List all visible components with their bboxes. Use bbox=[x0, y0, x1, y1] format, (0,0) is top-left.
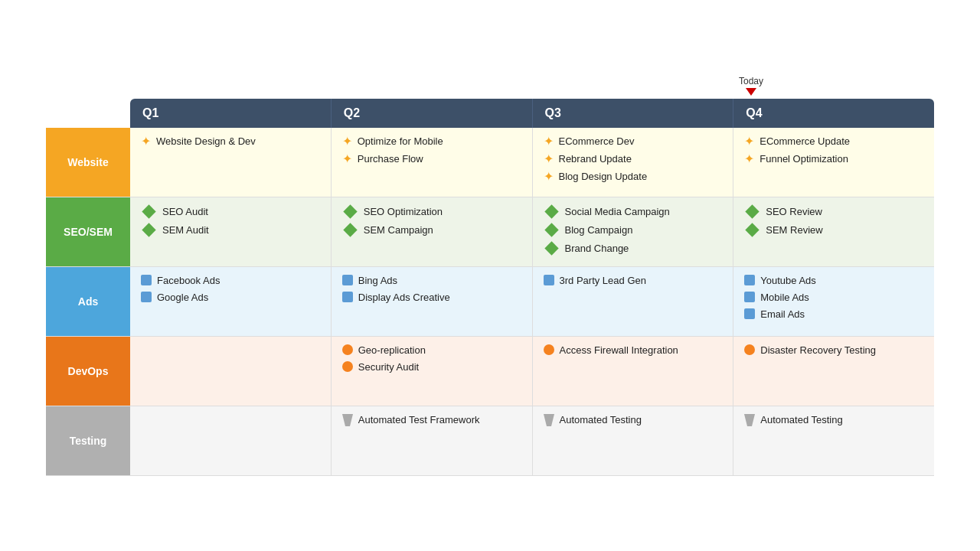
square-icon bbox=[141, 292, 152, 302]
task-label: Mobile Ads bbox=[760, 292, 809, 303]
task-item: Youtube Ads bbox=[744, 275, 923, 286]
svg-marker-0 bbox=[342, 414, 353, 426]
side-label-devops: DevOps bbox=[46, 337, 130, 406]
task-label: Funnel Optimization bbox=[760, 153, 848, 165]
cell-devops-q1 bbox=[130, 337, 332, 406]
square-icon bbox=[342, 275, 353, 285]
task-label: SEO Optimization bbox=[364, 206, 443, 217]
task-item: Bing Ads bbox=[342, 275, 521, 286]
cell-ads-q2: Bing AdsDisplay Ads Creative bbox=[332, 267, 533, 336]
roadmap-container: Today Q1 Q2 Q3 Q4 Website✦Website Design… bbox=[46, 76, 934, 476]
side-label-ads: Ads bbox=[46, 267, 130, 336]
cells-row-website: ✦Website Design & Dev✦Optimize for Mobil… bbox=[130, 128, 934, 197]
task-item: Display Ads Creative bbox=[342, 292, 521, 303]
task-item: Access Firewall Integration bbox=[544, 344, 723, 356]
task-item: SEM Campaign bbox=[342, 223, 521, 236]
task-item: Automated Testing bbox=[544, 414, 723, 426]
cell-devops-q3: Access Firewall Integration bbox=[533, 337, 734, 406]
task-item: SEO Review bbox=[744, 205, 923, 218]
task-label: 3rd Party Lead Gen bbox=[560, 275, 646, 286]
task-label: Google Ads bbox=[157, 292, 208, 303]
task-label: SEM Review bbox=[766, 224, 822, 236]
diamond-icon bbox=[544, 241, 558, 255]
cell-website-q3: ✦ECommerce Dev✦Rebrand Update✦Blog Desig… bbox=[533, 128, 734, 197]
cells-row-devops: Geo-replicationSecurity AuditAccess Fire… bbox=[130, 337, 934, 406]
task-label: Optimize for Mobile bbox=[358, 135, 443, 147]
circle-icon bbox=[342, 344, 353, 355]
diamond-icon bbox=[343, 204, 357, 218]
cell-testing-q1 bbox=[130, 406, 332, 475]
cell-website-q1: ✦Website Design & Dev bbox=[130, 128, 332, 197]
diamond-icon bbox=[343, 223, 357, 236]
quarter-q1: Q1 bbox=[130, 99, 332, 128]
cell-ads-q4: Youtube AdsMobile AdsEmail Ads bbox=[733, 267, 934, 336]
section-row-seosem: SEO/SEMSEO AuditSEM AuditSEO Optimizatio… bbox=[46, 197, 934, 267]
section-row-devops: DevOpsGeo-replicationSecurity AuditAcces… bbox=[46, 337, 934, 406]
task-item: Security Audit bbox=[342, 361, 521, 373]
section-row-testing: Testing Automated Test Framework Automat… bbox=[46, 406, 934, 476]
cell-testing-q2: Automated Test Framework bbox=[332, 406, 533, 475]
cell-ads-q3: 3rd Party Lead Gen bbox=[533, 267, 734, 336]
today-arrow-icon bbox=[746, 88, 756, 96]
diamond-icon bbox=[746, 204, 760, 218]
task-label: Email Ads bbox=[760, 308, 805, 320]
task-label: ECommerce Update bbox=[760, 135, 850, 147]
diamond-icon bbox=[544, 223, 558, 236]
task-item: Google Ads bbox=[141, 292, 320, 303]
diamond-icon bbox=[142, 204, 155, 218]
flask-icon bbox=[544, 414, 554, 426]
task-item: 3rd Party Lead Gen bbox=[544, 275, 723, 286]
task-label: Purchase Flow bbox=[358, 153, 423, 165]
task-label: Display Ads Creative bbox=[358, 292, 450, 303]
cell-seosem-q2: SEO OptimizationSEM Campaign bbox=[332, 197, 533, 266]
task-item: ✦Funnel Optimization bbox=[744, 153, 923, 165]
diamond-icon bbox=[544, 204, 558, 218]
task-label: SEO Audit bbox=[162, 206, 208, 217]
task-item: Automated Test Framework bbox=[342, 414, 521, 426]
flask-icon bbox=[342, 414, 353, 426]
task-label: Bing Ads bbox=[358, 275, 397, 286]
svg-marker-1 bbox=[544, 414, 554, 426]
gear-icon: ✦ bbox=[141, 135, 151, 148]
task-label: SEM Audit bbox=[162, 224, 209, 236]
flask-icon bbox=[744, 414, 755, 426]
task-item: SEM Audit bbox=[141, 223, 320, 236]
task-item: SEO Optimization bbox=[342, 205, 521, 218]
quarter-header: Q1 Q2 Q3 Q4 bbox=[130, 99, 934, 128]
svg-marker-2 bbox=[744, 414, 755, 426]
task-label: Security Audit bbox=[358, 361, 420, 373]
cell-ads-q1: Facebook AdsGoogle Ads bbox=[130, 267, 332, 336]
gear-icon: ✦ bbox=[342, 153, 352, 165]
task-item: Email Ads bbox=[744, 308, 923, 320]
cell-testing-q3: Automated Testing bbox=[533, 406, 734, 475]
task-item: ✦Website Design & Dev bbox=[141, 135, 320, 148]
task-item: Blog Campaign bbox=[544, 223, 723, 236]
task-label: ECommerce Dev bbox=[559, 135, 635, 147]
circle-icon bbox=[544, 344, 554, 355]
square-icon bbox=[744, 308, 755, 319]
task-item: Disaster Recovery Testing bbox=[744, 344, 923, 356]
task-item: Automated Testing bbox=[744, 414, 923, 426]
section-row-website: Website✦Website Design & Dev✦Optimize fo… bbox=[46, 128, 934, 197]
rows-container: Website✦Website Design & Dev✦Optimize fo… bbox=[46, 128, 934, 476]
task-item: Mobile Ads bbox=[744, 292, 923, 303]
task-label: Automated Testing bbox=[560, 414, 642, 425]
task-item: SEM Review bbox=[744, 223, 923, 236]
cell-devops-q2: Geo-replicationSecurity Audit bbox=[332, 337, 533, 406]
task-label: Disaster Recovery Testing bbox=[760, 344, 876, 356]
square-icon bbox=[744, 292, 755, 302]
cell-seosem-q1: SEO AuditSEM Audit bbox=[130, 197, 332, 266]
task-item: Social Media Campaign bbox=[544, 205, 723, 218]
task-label: Facebook Ads bbox=[157, 275, 220, 286]
task-item: Geo-replication bbox=[342, 344, 521, 356]
task-label: Brand Change bbox=[565, 243, 629, 254]
today-label: Today bbox=[739, 76, 763, 86]
task-item: Facebook Ads bbox=[141, 275, 320, 286]
diamond-icon bbox=[142, 223, 155, 236]
task-item: SEO Audit bbox=[141, 205, 320, 218]
quarter-q3: Q3 bbox=[533, 99, 734, 128]
cells-row-seosem: SEO AuditSEM AuditSEO OptimizationSEM Ca… bbox=[130, 197, 934, 266]
square-icon bbox=[744, 275, 755, 285]
task-item: ✦Purchase Flow bbox=[342, 153, 521, 165]
quarter-q2: Q2 bbox=[332, 99, 533, 128]
